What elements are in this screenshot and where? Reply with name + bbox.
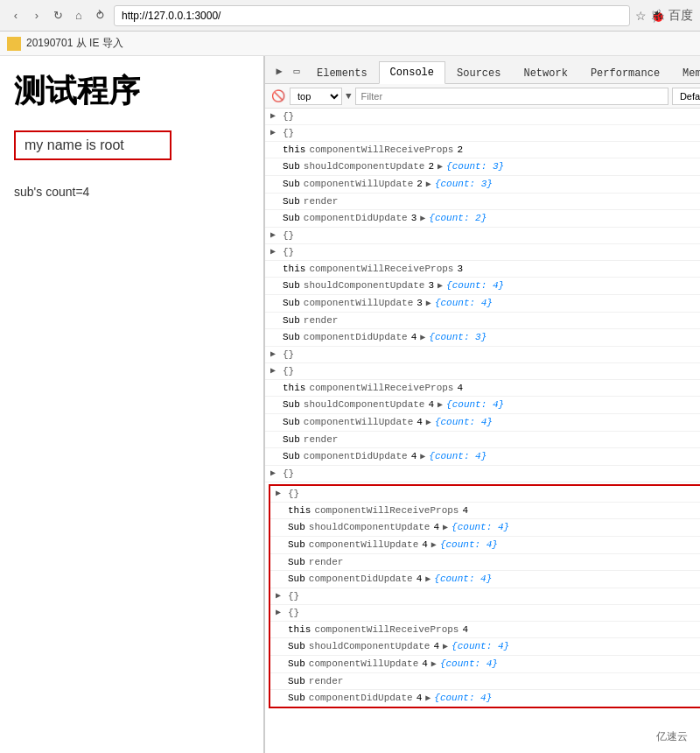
console-level-select[interactable]: Default levels ▼: [672, 88, 700, 105]
console-line: Sub componentWillUpdate 4 ▶ {count: 4}: [265, 414, 700, 432]
console-line: this componentWillReceiveProps 4: [270, 622, 700, 638]
inspect-icon[interactable]: ▶: [270, 62, 288, 80]
home-button[interactable]: ⌂: [70, 7, 88, 25]
expand-arrow[interactable]: ▶: [431, 658, 437, 672]
console-line: Sub shouldComponentUpdate 4 ▶ {count: 4}: [270, 519, 700, 537]
console-line: Sub componentDidUpdate 4 ▶ {count: 3}: [265, 329, 700, 347]
devtools-icons: ▶ ▭: [270, 62, 305, 83]
console-line: Sub render: [265, 313, 700, 329]
expand-arrow[interactable]: ▶: [270, 109, 276, 123]
page-input-box[interactable]: my name is root: [14, 130, 172, 160]
expand-arrow[interactable]: ▶: [276, 487, 281, 501]
expand-arrow[interactable]: ▶: [426, 416, 431, 430]
expand-arrow[interactable]: ▶: [426, 178, 431, 192]
console-line: Sub shouldComponentUpdate 4 ▶ {count: 4}: [270, 638, 700, 656]
console-context-select[interactable]: top: [290, 88, 342, 105]
watermark: 亿速云: [651, 728, 693, 746]
console-line: Sub render: [270, 554, 700, 571]
console-line: this componentWillReceiveProps 4: [265, 380, 700, 397]
expand-arrow[interactable]: ▶: [270, 245, 276, 259]
expand-arrow[interactable]: ▶: [426, 297, 431, 311]
console-line: this componentWillReceiveProps 2: [265, 142, 700, 158]
expand-arrow[interactable]: ▶: [270, 364, 276, 378]
console-line: ▶ {}: [265, 125, 700, 142]
console-line: Sub shouldComponentUpdate 2 ▶ {count: 3}: [265, 158, 700, 176]
expand-arrow[interactable]: ▶: [276, 589, 281, 603]
expand-arrow[interactable]: ▶: [420, 212, 425, 226]
expand-arrow[interactable]: ▶: [420, 450, 425, 464]
device-icon[interactable]: ▭: [288, 62, 305, 80]
forward-button[interactable]: ›: [28, 7, 46, 25]
back-button[interactable]: ‹: [7, 7, 24, 25]
console-filter-input[interactable]: [355, 88, 668, 105]
console-line: ▶ {}: [265, 363, 700, 380]
console-line: Sub componentWillUpdate 4 ▶ {count: 4}: [270, 537, 700, 554]
expand-arrow[interactable]: ▶: [270, 348, 276, 362]
expand-arrow[interactable]: ▶: [425, 573, 430, 587]
expand-arrow[interactable]: ▶: [438, 160, 443, 174]
page-sub-text: sub's count=4: [14, 185, 249, 199]
console-output[interactable]: ▶ {} ▶ {} this componentWillReceiveProps…: [265, 109, 700, 753]
console-line: ▶ {}: [265, 109, 700, 125]
console-line: Sub componentDidUpdate 4 ▶ {count: 4}: [270, 571, 700, 588]
console-line: this componentWillReceiveProps 3: [265, 261, 700, 278]
tab-memory[interactable]: Memory: [671, 62, 700, 84]
history-button[interactable]: ⥁: [91, 7, 108, 25]
expand-arrow[interactable]: ▶: [438, 398, 443, 412]
bug-button[interactable]: 🐞: [650, 9, 665, 23]
bookmark-bar: 20190701 从 IE 导入: [0, 32, 700, 56]
console-line: Sub shouldComponentUpdate 3 ▶ {count: 4}: [265, 278, 700, 295]
tab-elements[interactable]: Elements: [305, 62, 379, 84]
console-toolbar: 🚫 top ▼ Default levels ▼: [265, 84, 700, 109]
console-line: Sub componentDidUpdate 4 ▶ {count: 4}: [270, 690, 700, 707]
context-dropdown-arrow: ▼: [346, 91, 352, 102]
expand-arrow[interactable]: ▶: [431, 538, 437, 552]
console-line: ▶ {}: [270, 588, 700, 605]
console-line: Sub componentDidUpdate 3 ▶ {count: 2}: [265, 210, 700, 228]
console-line: this componentWillReceiveProps 4: [270, 503, 700, 519]
devtools-tabs: ▶ ▭ Elements Console Sources Network Per…: [265, 56, 700, 84]
console-line: ▶ {}: [270, 486, 700, 503]
baidu-button[interactable]: 百度: [668, 8, 693, 24]
expand-arrow[interactable]: ▶: [276, 606, 281, 620]
console-line: ▶ {}: [265, 244, 700, 261]
console-line: ▶ {}: [265, 466, 700, 482]
expand-arrow[interactable]: ▶: [420, 331, 425, 345]
browser-toolbar: ‹ › ↻ ⌂ ⥁ ☆ 🐞 百度: [0, 0, 700, 32]
console-line: Sub componentWillUpdate 2 ▶ {count: 3}: [265, 176, 700, 194]
nav-buttons: ‹ › ↻ ⌂ ⥁: [7, 7, 108, 25]
expand-arrow[interactable]: ▶: [270, 126, 276, 140]
expand-arrow[interactable]: ▶: [438, 279, 443, 293]
bookmark-folder-icon: [7, 37, 21, 51]
expand-arrow[interactable]: ▶: [443, 521, 448, 535]
page-content: 测试程序 my name is root sub's count=4: [0, 56, 264, 753]
expand-arrow[interactable]: ▶: [425, 692, 430, 706]
highlighted-section: ▶ {} this componentWillReceiveProps 4 Su…: [269, 484, 700, 708]
console-line: Sub componentWillUpdate 3 ▶ {count: 4}: [265, 295, 700, 313]
console-line: Sub render: [265, 194, 700, 210]
console-line: Sub shouldComponentUpdate 4 ▶ {count: 4}: [265, 397, 700, 414]
console-line: Sub componentWillUpdate 4 ▶ {count: 4}: [270, 656, 700, 673]
tab-network[interactable]: Network: [512, 62, 578, 84]
tab-console[interactable]: Console: [379, 61, 445, 84]
console-line: ▶ {}: [265, 347, 700, 363]
console-clear-button[interactable]: 🚫: [270, 88, 286, 104]
console-line: Sub componentDidUpdate 4 ▶ {count: 4}: [265, 448, 700, 466]
page-title: 测试程序: [14, 70, 249, 113]
expand-arrow[interactable]: ▶: [270, 229, 276, 243]
tab-performance[interactable]: Performance: [579, 62, 671, 84]
console-line: Sub render: [270, 673, 700, 690]
console-line: ▶ {}: [265, 228, 700, 244]
devtools-panel: ▶ ▭ Elements Console Sources Network Per…: [264, 56, 700, 753]
expand-arrow[interactable]: ▶: [443, 640, 448, 654]
star-button[interactable]: ☆: [635, 9, 647, 23]
refresh-button[interactable]: ↻: [49, 7, 66, 25]
browser-actions: ☆ 🐞 百度: [635, 8, 693, 24]
tab-sources[interactable]: Sources: [445, 62, 512, 84]
console-line: Sub render: [265, 432, 700, 448]
address-bar[interactable]: [114, 5, 630, 26]
main-area: 测试程序 my name is root sub's count=4 ▶ ▭ E…: [0, 56, 700, 753]
bookmark-label[interactable]: 20190701 从 IE 导入: [26, 36, 123, 51]
expand-arrow[interactable]: ▶: [270, 467, 276, 481]
console-line: ▶ {}: [270, 605, 700, 622]
